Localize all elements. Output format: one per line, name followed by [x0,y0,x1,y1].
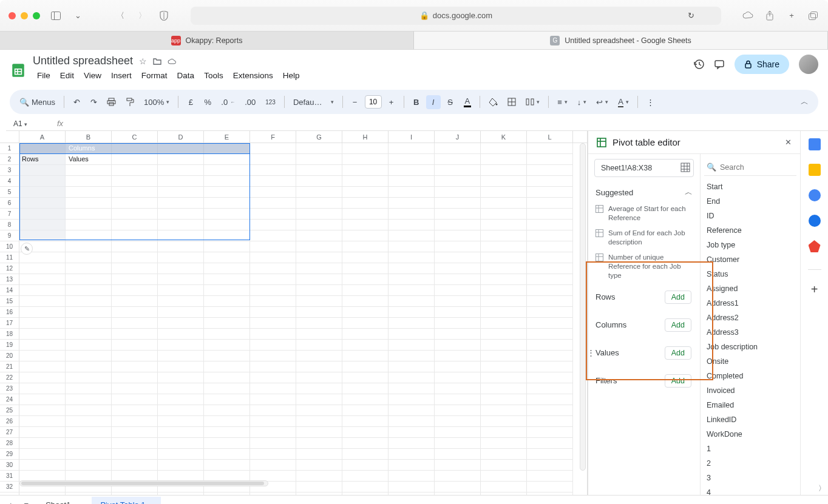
fullscreen-window-icon[interactable] [33,12,40,19]
cell[interactable] [204,383,250,394]
cell[interactable] [435,361,481,372]
cell[interactable] [158,241,204,252]
column-header[interactable]: G [296,131,342,143]
cell[interactable] [389,329,435,340]
cell[interactable] [389,449,435,460]
cell[interactable] [296,187,342,198]
cell[interactable] [527,492,573,495]
field-item[interactable]: ID [704,209,796,223]
cell[interactable] [389,176,435,187]
cell[interactable] [66,296,112,307]
menu-insert[interactable]: Insert [107,69,136,82]
cloud-status-icon[interactable] [168,58,177,65]
row-header[interactable]: 8 [0,220,19,230]
share-button[interactable]: Share [735,55,789,74]
cell[interactable] [481,416,527,427]
cell[interactable] [296,252,342,263]
cell[interactable] [112,438,158,449]
column-header[interactable]: E [204,131,250,143]
cell[interactable] [527,307,573,318]
cell[interactable] [158,340,204,351]
cell[interactable] [481,372,527,383]
cell[interactable] [435,176,481,187]
cell[interactable] [342,383,389,394]
minimize-window-icon[interactable] [21,12,28,19]
cell[interactable] [158,438,204,449]
column-header[interactable]: L [527,131,573,143]
row-header[interactable]: 5 [0,187,19,198]
field-item[interactable]: WorkDone [704,427,796,442]
pivot-range-input[interactable] [594,159,694,177]
cell[interactable] [66,427,112,438]
cell[interactable] [389,263,435,274]
add-filters-button[interactable]: Add [665,374,691,388]
row-header[interactable]: 32 [0,482,19,492]
cell[interactable] [250,143,296,154]
cell[interactable] [435,285,481,296]
cell[interactable] [112,372,158,383]
cell[interactable] [527,143,573,154]
cell[interactable] [342,427,389,438]
row-header[interactable]: 28 [0,438,19,449]
menu-help[interactable]: Help [279,69,304,82]
row-header[interactable]: 12 [0,263,19,274]
address-bar[interactable]: 🔒 docs.google.com ↻ [191,7,721,25]
cell[interactable] [389,427,435,438]
cells-region[interactable] [19,143,573,495]
cell[interactable] [481,285,527,296]
cell[interactable] [296,318,342,329]
cell[interactable] [112,394,158,405]
cell[interactable] [112,449,158,460]
cell[interactable] [250,438,296,449]
cell[interactable] [527,263,573,274]
cell[interactable] [296,143,342,154]
add-rows-button[interactable]: Add [665,291,691,304]
cell[interactable] [250,198,296,209]
zoom-select[interactable]: 100%▾ [140,95,173,109]
cell[interactable] [204,296,250,307]
row-header[interactable]: 19 [0,340,19,351]
cell[interactable] [66,318,112,329]
field-item[interactable]: 2 [704,456,796,471]
field-item[interactable]: 1 [704,442,796,456]
cell[interactable] [158,449,204,460]
field-item[interactable]: Invoiced [704,383,796,398]
cell[interactable] [527,438,573,449]
cell[interactable] [527,460,573,471]
cell[interactable] [204,274,250,285]
cell[interactable] [481,230,527,241]
cell[interactable] [435,307,481,318]
cell[interactable] [250,492,296,495]
cell[interactable] [296,438,342,449]
cell[interactable] [250,241,296,252]
cell[interactable] [66,252,112,263]
cell[interactable] [250,187,296,198]
cell[interactable] [204,416,250,427]
cell[interactable] [204,318,250,329]
cell[interactable] [204,165,250,176]
row-header[interactable]: 15 [0,296,19,307]
fields-search-input[interactable] [720,163,800,172]
cell[interactable] [527,471,573,482]
cell[interactable] [481,438,527,449]
close-panel-icon[interactable]: ✕ [785,138,792,147]
cell[interactable] [296,361,342,372]
cell[interactable] [435,405,481,416]
rotation-icon[interactable]: A▾ [614,95,633,110]
cell[interactable] [435,460,481,471]
cell[interactable] [481,154,527,165]
cell[interactable] [158,383,204,394]
cell[interactable] [296,263,342,274]
cell[interactable] [527,274,573,285]
cell[interactable] [527,252,573,263]
menu-file[interactable]: File [33,69,55,82]
cell[interactable] [204,405,250,416]
cell[interactable] [389,416,435,427]
cell[interactable] [527,285,573,296]
cell[interactable] [66,198,112,209]
cell[interactable] [481,296,527,307]
field-item[interactable]: Completed [704,369,796,383]
text-color-icon[interactable]: A [460,94,475,110]
cell[interactable] [296,394,342,405]
cell[interactable] [342,361,389,372]
